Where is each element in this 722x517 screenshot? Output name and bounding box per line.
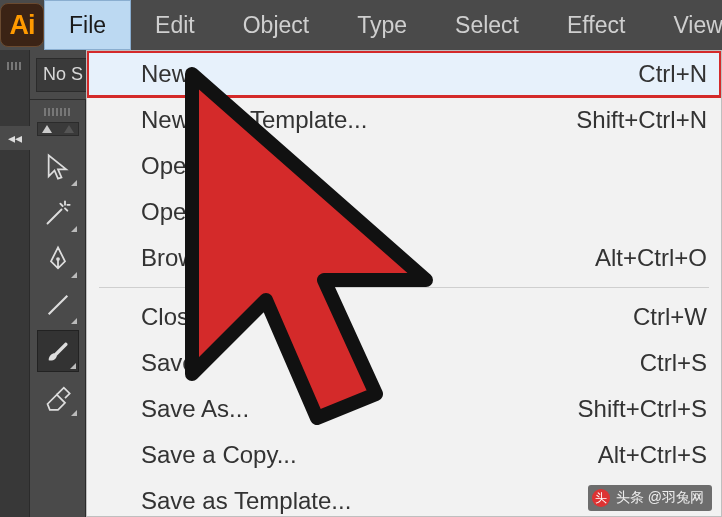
selection-mode-dropdown[interactable]: No S (36, 58, 90, 92)
selection-tool[interactable] (37, 146, 79, 188)
menu-item-shortcut: Ctrl+S (640, 349, 707, 377)
paintbrush-tool[interactable] (37, 330, 79, 372)
menu-view[interactable]: View (649, 0, 722, 50)
menubar: Ai File Edit Object Type Select Effect V… (0, 0, 722, 50)
menu-separator (99, 287, 709, 288)
menu-select[interactable]: Select (431, 0, 543, 50)
control-strip: ◂◂ (0, 50, 30, 517)
menu-item-label: Save a Copy... (141, 441, 297, 469)
menu-item-label: Save as Template... (141, 487, 351, 515)
eraser-icon (44, 383, 72, 411)
menu-item-label: Save (141, 349, 196, 377)
pen-tool[interactable] (37, 238, 79, 280)
menu-item-shortcut: Ctrl+W (633, 303, 707, 331)
menu-object[interactable]: Object (219, 0, 333, 50)
watermark-icon: 头 (592, 489, 610, 507)
menu-item-browse-in-bridge[interactable]: Browse in Bridge... Alt+Ctrl+O (87, 235, 721, 281)
menu-item-label: New... (141, 60, 208, 88)
menu-item-save-as[interactable]: Save As... Shift+Ctrl+S (87, 386, 721, 432)
menu-item-save[interactable]: Save Ctrl+S (87, 340, 721, 386)
tool-flyout-icon (70, 363, 76, 369)
menu-file[interactable]: File (44, 0, 131, 50)
line-tool[interactable] (37, 284, 79, 326)
line-icon (44, 291, 72, 319)
magic-wand-icon (44, 199, 72, 227)
cursor-icon (44, 153, 72, 181)
menu-item-new-from-template[interactable]: New from Template... Shift+Ctrl+N (87, 97, 721, 143)
menu-item-save-a-copy[interactable]: Save a Copy... Alt+Ctrl+S (87, 432, 721, 478)
menu-item-label: Open... (141, 152, 220, 180)
menu-item-shortcut: Shift+Ctrl+S (578, 395, 707, 423)
tools-panel (30, 100, 86, 517)
tool-flyout-icon (71, 410, 77, 416)
magic-wand-tool[interactable] (37, 192, 79, 234)
menu-item-close[interactable]: Close Ctrl+W (87, 294, 721, 340)
paintbrush-icon (44, 337, 72, 365)
menu-item-shortcut: Alt+Ctrl+O (595, 244, 707, 272)
tool-flyout-icon (71, 180, 77, 186)
file-menu-dropdown: New... Ctrl+N New from Template... Shift… (86, 50, 722, 517)
menu-item-open[interactable]: Open... (87, 143, 721, 189)
menu-item-shortcut: Alt+Ctrl+S (598, 441, 707, 469)
menu-item-shortcut: Ctrl+N (638, 60, 707, 88)
menu-item-new[interactable]: New... Ctrl+N (87, 51, 721, 97)
panel-grip-icon[interactable] (7, 62, 23, 70)
app-badge-text: Ai (0, 3, 44, 47)
menu-type[interactable]: Type (333, 0, 431, 50)
svg-point-0 (56, 257, 60, 261)
menu-item-label: Save As... (141, 395, 249, 423)
menubar-items: File Edit Object Type Select Effect View… (44, 0, 722, 50)
app-badge: Ai (0, 0, 44, 50)
menu-item-label: Close (141, 303, 202, 331)
menu-item-label: Browse in Bridge... (141, 244, 342, 272)
tool-flyout-icon (71, 272, 77, 278)
menu-item-shortcut: Shift+Ctrl+N (576, 106, 707, 134)
menu-effect[interactable]: Effect (543, 0, 649, 50)
menu-edit[interactable]: Edit (131, 0, 219, 50)
menu-item-open-recent[interactable]: Open Recent (87, 189, 721, 235)
pen-icon (44, 245, 72, 273)
menu-item-label: Open Recent (141, 198, 282, 226)
tool-flyout-icon (71, 226, 77, 232)
watermark: 头 头条 @羽兔网 (588, 485, 712, 511)
menu-item-label: New from Template... (141, 106, 367, 134)
watermark-text: 头条 @羽兔网 (616, 489, 704, 507)
tool-flyout-icon (71, 318, 77, 324)
tools-grip-icon[interactable] (44, 108, 72, 116)
eraser-tool[interactable] (37, 376, 79, 418)
collapse-panels-button[interactable]: ◂◂ (0, 126, 30, 150)
tools-column-toggle[interactable] (37, 122, 79, 136)
